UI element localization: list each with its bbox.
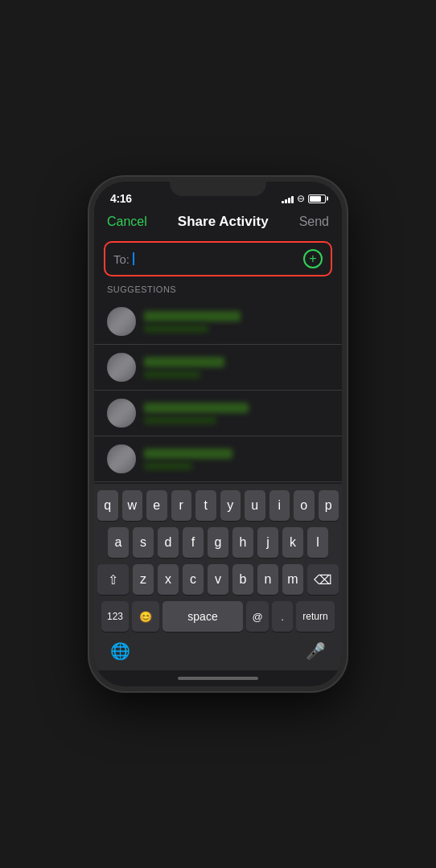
keyboard-row-3: ⇧ z x c v b n m ⌫: [97, 564, 339, 595]
text-cursor: [133, 252, 134, 265]
home-indicator: [94, 670, 342, 686]
contact-info: [144, 448, 329, 470]
key-a[interactable]: a: [108, 527, 129, 558]
contact-name-blurred: [144, 403, 249, 413]
signal-icon: [282, 194, 294, 203]
key-h[interactable]: h: [232, 527, 253, 558]
key-p[interactable]: p: [319, 490, 339, 521]
key-d[interactable]: d: [158, 527, 179, 558]
page-title: Share Activity: [178, 214, 269, 230]
key-v[interactable]: v: [208, 564, 228, 595]
keyboard-row-1: q w e r t y u i o p: [97, 490, 339, 521]
contact-info: [144, 311, 329, 333]
contact-info: [144, 357, 329, 379]
key-y[interactable]: y: [220, 490, 241, 521]
emoji-key[interactable]: 😊: [132, 601, 159, 632]
contacts-list: [94, 299, 342, 484]
list-item[interactable]: [94, 345, 342, 391]
keyboard: q w e r t y u i o p a s d f g h j k: [94, 484, 342, 670]
key-i[interactable]: i: [269, 490, 290, 521]
status-time: 4:16: [110, 192, 132, 205]
wifi-icon: ⊖: [297, 193, 305, 204]
key-w[interactable]: w: [122, 490, 143, 521]
delete-key[interactable]: ⌫: [307, 564, 339, 595]
key-g[interactable]: g: [208, 527, 228, 558]
home-bar: [178, 677, 258, 680]
numbers-key[interactable]: 123: [101, 601, 129, 632]
key-u[interactable]: u: [245, 490, 265, 521]
list-item[interactable]: [94, 391, 342, 436]
key-t[interactable]: t: [195, 490, 216, 521]
phone-screen: 4:16 ⊖ Cancel Share Activity Send: [94, 182, 342, 686]
suggestions-header: SUGGESTIONS: [94, 281, 342, 299]
contact-name-blurred: [144, 448, 232, 459]
key-n[interactable]: n: [257, 564, 278, 595]
key-s[interactable]: s: [133, 527, 154, 558]
avatar: [107, 399, 136, 428]
key-k[interactable]: k: [282, 527, 303, 558]
phone-frame: 4:16 ⊖ Cancel Share Activity Send: [89, 177, 347, 691]
globe-icon[interactable]: 🌐: [110, 641, 130, 661]
key-z[interactable]: z: [133, 564, 154, 595]
notch: [170, 177, 266, 196]
to-label: To:: [113, 252, 130, 266]
period-key[interactable]: .: [272, 601, 293, 632]
return-key[interactable]: return: [296, 601, 335, 632]
status-icons: ⊖: [282, 193, 326, 204]
add-recipient-button[interactable]: +: [303, 249, 323, 268]
shift-key[interactable]: ⇧: [97, 564, 129, 595]
key-q[interactable]: q: [97, 490, 118, 521]
contact-info: [144, 403, 329, 424]
avatar: [107, 307, 136, 336]
keyboard-row-4: 123 😊 space @ . return: [97, 601, 339, 632]
key-c[interactable]: c: [183, 564, 204, 595]
space-key[interactable]: space: [162, 601, 243, 632]
list-item[interactable]: [94, 299, 342, 345]
keyboard-bottom-row: 🌐 🎤: [97, 638, 339, 667]
contact-sub-blurred: [144, 371, 200, 379]
key-b[interactable]: b: [232, 564, 253, 595]
key-f[interactable]: f: [183, 527, 204, 558]
key-x[interactable]: x: [158, 564, 179, 595]
keyboard-row-2: a s d f g h j k l: [97, 527, 339, 558]
key-m[interactable]: m: [282, 564, 303, 595]
contact-sub-blurred: [144, 325, 208, 333]
battery-icon: [308, 194, 326, 203]
at-key[interactable]: @: [246, 601, 269, 632]
navigation-bar: Cancel Share Activity Send: [94, 211, 342, 236]
key-r[interactable]: r: [171, 490, 192, 521]
avatar: [107, 444, 136, 473]
key-l[interactable]: l: [307, 527, 328, 558]
avatar: [107, 353, 136, 382]
contact-name-blurred: [144, 311, 241, 321]
cancel-button[interactable]: Cancel: [107, 215, 147, 229]
list-item[interactable]: [94, 436, 342, 482]
contact-name-blurred: [144, 357, 224, 367]
key-e[interactable]: e: [146, 490, 167, 521]
microphone-icon[interactable]: 🎤: [306, 641, 326, 661]
contact-sub-blurred: [144, 416, 216, 424]
send-button[interactable]: Send: [299, 215, 329, 229]
key-j[interactable]: j: [257, 527, 278, 558]
to-field-container[interactable]: To: +: [104, 241, 332, 276]
key-o[interactable]: o: [294, 490, 315, 521]
contact-sub-blurred: [144, 462, 192, 470]
